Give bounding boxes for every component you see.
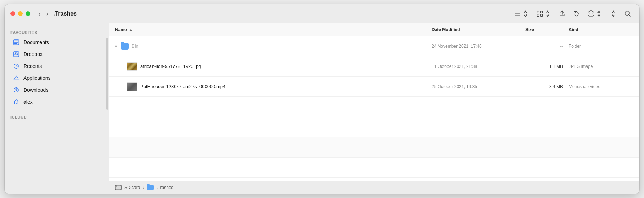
- sidebar-item-label-alex: alex: [23, 99, 33, 105]
- sidebar-item-alex[interactable]: alex: [7, 96, 107, 108]
- sort-arrows-icon: [522, 10, 529, 17]
- more-dropdown-icon: [595, 10, 603, 17]
- statusbar: SD card › .Trashes: [109, 181, 639, 194]
- sidebar-item-label-downloads: Downloads: [23, 87, 48, 93]
- toolbar-right: [512, 9, 634, 19]
- statusbar-folder-icon: [147, 185, 154, 190]
- svg-rect-19: [115, 185, 121, 190]
- empty-row: [109, 158, 639, 178]
- svg-point-9: [590, 13, 590, 14]
- dropbox-icon: [13, 51, 20, 58]
- maximize-button[interactable]: [26, 11, 30, 16]
- applications-icon: [13, 74, 20, 82]
- search-button[interactable]: [622, 9, 634, 19]
- column-header-name[interactable]: Name ▲: [115, 27, 432, 32]
- list-view-button[interactable]: [512, 9, 531, 19]
- svg-rect-3: [537, 11, 539, 13]
- minimize-button[interactable]: [18, 11, 23, 16]
- statusbar-chevron-icon: ›: [143, 185, 144, 190]
- row-date-jpeg: 11 October 2021, 21:38: [432, 64, 525, 69]
- svg-rect-5: [537, 14, 539, 16]
- svg-line-13: [629, 14, 631, 16]
- close-button[interactable]: [10, 11, 15, 16]
- sidebar-item-downloads[interactable]: Downloads: [7, 84, 107, 96]
- more-button[interactable]: [585, 9, 605, 19]
- table-row[interactable]: ▾ Bin 24 November 2021, 17:46 -- Folder: [109, 36, 639, 56]
- more-icon: [587, 10, 595, 17]
- svg-rect-4: [541, 11, 543, 13]
- grid-view-icon: [536, 10, 543, 17]
- row-name-mp4: PotEncoder 1280x7...m27s_000000.mp4: [127, 82, 432, 91]
- file-list-header: Name ▲ Date Modified Size Kind: [109, 23, 639, 36]
- svg-rect-6: [541, 14, 543, 16]
- sd-card-svg: [115, 185, 122, 190]
- spacer-dropdown-button[interactable]: [608, 9, 619, 19]
- folder-toggle-icon[interactable]: ▾: [115, 44, 117, 49]
- recents-icon: [13, 63, 20, 70]
- svg-point-7: [575, 12, 576, 13]
- row-name-bin: ▾ Bin: [115, 43, 432, 50]
- column-header-size[interactable]: Size: [525, 27, 569, 32]
- row-kind-jpeg: JPEG image: [569, 64, 634, 69]
- jpg-thumb-image: [127, 63, 137, 70]
- sidebar-item-applications[interactable]: Applications: [7, 72, 107, 84]
- nav-buttons: ‹ ›: [36, 9, 50, 18]
- sort-arrow-icon: ▲: [129, 27, 133, 31]
- empty-row: [109, 137, 639, 158]
- search-icon: [624, 10, 631, 17]
- jpeg-thumbnail: [127, 62, 137, 71]
- row-date-bin: 24 November 2021, 17:46: [432, 44, 525, 49]
- share-button[interactable]: [556, 9, 568, 19]
- spacer-dropdown-icon: [610, 10, 617, 17]
- svg-point-12: [625, 11, 630, 15]
- main-content: Favourites Documents: [5, 23, 639, 194]
- row-size-jpeg: 1,1 MB: [525, 64, 569, 69]
- row-date-mp4: 25 October 2021, 19:35: [432, 84, 525, 89]
- grid-view-button[interactable]: [534, 9, 553, 19]
- column-header-kind[interactable]: Kind: [569, 27, 634, 32]
- svg-point-11: [592, 13, 592, 14]
- statusbar-trashes-label: .Trashes: [156, 185, 173, 190]
- list-view-icon: [514, 10, 521, 17]
- row-kind-mp4: Monosnap video: [569, 84, 634, 89]
- sidebar-item-documents[interactable]: Documents: [7, 36, 107, 48]
- mp4-thumbnail: [127, 82, 137, 91]
- table-row[interactable]: PotEncoder 1280x7...m27s_000000.mp4 25 O…: [109, 77, 639, 97]
- row-size-mp4: 8,4 MB: [525, 84, 569, 89]
- row-kind-bin: Folder: [569, 44, 634, 49]
- statusbar-sdcard-label: SD card: [124, 185, 140, 190]
- forward-button[interactable]: ›: [44, 9, 50, 18]
- file-area: Name ▲ Date Modified Size Kind ▾ Bin 24 …: [109, 23, 639, 194]
- column-header-date[interactable]: Date Modified: [432, 27, 525, 32]
- window-title: .Trashes: [53, 10, 512, 17]
- share-icon: [559, 10, 566, 17]
- sidebar: Favourites Documents: [5, 23, 109, 194]
- titlebar: ‹ › .Trashes: [5, 4, 639, 23]
- empty-row: [109, 117, 639, 137]
- sidebar-item-label-dropbox: Dropbox: [23, 51, 43, 57]
- icloud-section-label: iCloud: [5, 112, 109, 121]
- bin-folder-icon: [121, 43, 129, 50]
- sidebar-item-dropbox[interactable]: Dropbox: [7, 48, 107, 60]
- home-icon: [13, 98, 20, 106]
- back-button[interactable]: ‹: [36, 9, 43, 18]
- tag-button[interactable]: [571, 9, 582, 19]
- row-size-bin: --: [525, 44, 569, 49]
- sidebar-item-label-recents: Recents: [23, 63, 42, 69]
- favourites-section-label: Favourites: [5, 27, 109, 36]
- downloads-icon: [13, 86, 20, 94]
- svg-point-10: [591, 13, 591, 14]
- sidebar-item-recents[interactable]: Recents: [7, 60, 107, 72]
- mp4-thumb-image: [127, 83, 137, 91]
- grid-dropdown-icon: [544, 10, 551, 17]
- window-controls: [10, 11, 30, 16]
- tag-icon: [573, 10, 580, 17]
- row-name-jpeg: african-lion-951778_1920.jpg: [127, 62, 432, 71]
- documents-icon: [13, 39, 20, 46]
- sd-card-icon: [115, 185, 122, 190]
- finder-window: ‹ › .Trashes: [5, 4, 639, 194]
- empty-row: [109, 97, 639, 117]
- sidebar-item-label-documents: Documents: [23, 39, 49, 45]
- sidebar-scrollbar[interactable]: [106, 38, 108, 110]
- table-row[interactable]: african-lion-951778_1920.jpg 11 October …: [109, 56, 639, 77]
